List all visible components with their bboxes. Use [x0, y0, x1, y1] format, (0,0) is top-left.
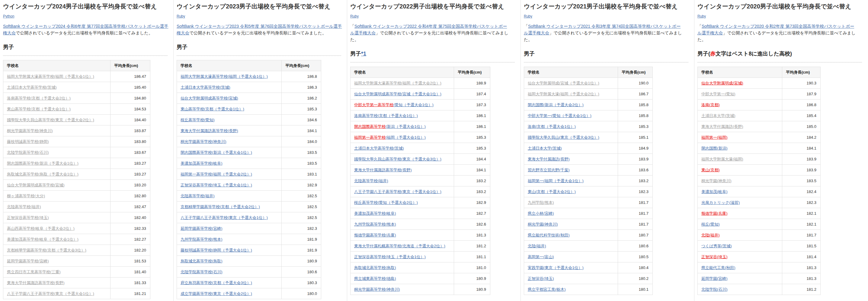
school-region-link[interactable]: (愛知（予選大会1位）)	[551, 113, 591, 118]
school-region-link[interactable]: (静岡)	[38, 139, 49, 144]
school-region-link[interactable]: (長野)	[401, 168, 412, 172]
school-link[interactable]: 土浦日本大学	[528, 146, 551, 150]
school-region-link[interactable]: (石川)	[717, 287, 727, 292]
school-region-link[interactable]: (福岡（予選大会1位）)	[544, 178, 584, 183]
school-link[interactable]: 東山	[701, 168, 709, 172]
school-region-link[interactable]: (石川)	[38, 150, 49, 155]
school-link[interactable]: 土浦日本大学高等学校	[181, 85, 220, 90]
school-region-link[interactable]: (新潟（予選大会1位）)	[38, 161, 79, 166]
school-region-link[interactable]: (東京（予選大会1位）)	[228, 215, 268, 220]
school-region-link[interactable]: (新潟（予選大会1位）)	[212, 150, 252, 155]
school-link[interactable]: 福岡大学附属大濠	[701, 157, 733, 161]
school-region-link[interactable]: (宮崎)	[212, 226, 222, 231]
school-link[interactable]: 北陸高等学校	[181, 194, 204, 198]
school-link[interactable]: 正智深谷高等学校	[181, 183, 212, 187]
school-region-link[interactable]: (宮城)	[733, 81, 743, 86]
school-region-link[interactable]: (京都（予選大会1位）)	[204, 107, 244, 111]
category-tag-link[interactable]: Ruby	[350, 14, 359, 19]
school-link[interactable]: 北陸学院高等学校	[7, 150, 38, 155]
category-tag-link[interactable]: Python	[3, 14, 14, 19]
school-region-link[interactable]: (東京（予選大会1位）)	[54, 291, 94, 296]
school-region-link[interactable]: (東京（予選大会3位）)	[401, 157, 441, 161]
school-link[interactable]: 桐光学園	[528, 222, 544, 227]
school-link[interactable]: 桐光学園高等学校	[354, 287, 385, 292]
school-link[interactable]: 福岡第一	[701, 135, 717, 140]
school-link[interactable]: 北陸高等学校	[7, 204, 30, 209]
school-link[interactable]: 鳥取城北高等学校	[7, 172, 38, 176]
school-link[interactable]: 藤枝明誠高等学校	[181, 248, 212, 253]
category-tag-link[interactable]: Ruby	[698, 14, 706, 19]
school-region-link[interactable]: (滋賀)	[730, 200, 740, 205]
school-link[interactable]: 報徳学園高等学校	[354, 233, 385, 237]
school-link[interactable]: 延岡学園高等学校	[7, 259, 38, 263]
school-link[interactable]: 県立城東高等学校	[354, 276, 385, 281]
school-region-link[interactable]: (岐阜)	[212, 161, 222, 166]
school-link[interactable]: 北陸	[528, 244, 536, 248]
school-region-link[interactable]: (宮崎)	[717, 276, 727, 281]
school-link[interactable]: 県立能代工業	[701, 265, 725, 270]
school-region-link[interactable]: (大分)	[34, 194, 45, 198]
school-region-link[interactable]: (福岡（予選大会1位）)	[385, 135, 426, 140]
school-region-link[interactable]: (北海道（予選大会2位）)	[401, 244, 445, 248]
school-link[interactable]: 東海大学付属諏訪高等学校	[354, 168, 401, 172]
school-link[interactable]: 柳ヶ浦高等学校	[7, 194, 34, 198]
school-link[interactable]: 美濃加茂高等学校	[7, 237, 38, 242]
school-region-link[interactable]: (長野)	[228, 129, 238, 133]
school-link[interactable]: 県立小林	[528, 211, 544, 215]
school-link[interactable]: 京都精華学園高等学校	[7, 248, 46, 253]
school-link[interactable]: 桜丘高等学校	[354, 200, 378, 205]
school-link[interactable]: 福岡大学附属大濠高等学校	[181, 74, 228, 79]
school-link[interactable]: 東海大学付属諏訪	[528, 157, 559, 161]
school-link[interactable]: 北陸学院高等学校	[181, 270, 212, 274]
school-link[interactable]: 北陸	[701, 233, 709, 237]
school-link[interactable]: 県立宇都宮工業	[528, 287, 555, 292]
school-region-link[interactable]: (静岡（予選大会1位）)	[212, 248, 252, 253]
school-link[interactable]: 開志国際高等学校	[7, 161, 38, 166]
school-region-link[interactable]: (宮城（予選大会1位）)	[559, 81, 599, 86]
school-region-link[interactable]: (富山)	[544, 255, 554, 259]
school-link[interactable]: 東山	[528, 190, 536, 194]
school-region-link[interactable]: (京都（予選大会2位）)	[536, 190, 576, 194]
school-region-link[interactable]: (福井)	[709, 233, 720, 237]
school-region-link[interactable]: (石川)	[212, 270, 222, 274]
school-region-link[interactable]: (神奈川)	[544, 222, 558, 227]
school-link[interactable]: 土浦日本大学高等学校	[7, 85, 46, 90]
school-link[interactable]: 仙台大学附属明成高等学校	[181, 96, 228, 100]
school-region-link[interactable]: (東京（予選大会2位）)	[54, 118, 94, 122]
school-region-link[interactable]: (長野)	[559, 157, 570, 161]
school-link[interactable]: 仙台大学附属明成	[701, 81, 733, 86]
school-region-link[interactable]: (兵庫)	[717, 211, 727, 215]
school-link[interactable]: 九州学院高等学校	[354, 222, 385, 227]
school-link[interactable]: 高岡第一	[528, 255, 544, 259]
school-link[interactable]: 県立能代科学技術	[528, 233, 559, 237]
school-link[interactable]: 桐光学園高等学校	[7, 129, 38, 133]
school-link[interactable]: 東海大学付属諏訪高等学校	[7, 280, 54, 285]
school-region-link[interactable]: (埼玉)	[544, 276, 554, 281]
school-region-link[interactable]: (茨城)	[393, 146, 404, 150]
school-link[interactable]: 開志国際	[701, 146, 717, 150]
school-region-link[interactable]: (愛知（予選大会2位）)	[378, 200, 418, 205]
school-link[interactable]: 正智深谷高等学校	[354, 255, 385, 259]
school-region-link[interactable]: (福井)	[378, 178, 388, 183]
school-link[interactable]: 開志国際高等学校	[181, 150, 212, 155]
school-link[interactable]: 北陸学院	[701, 287, 717, 292]
school-region-link[interactable]: (東京（予選大会1位）)	[401, 190, 441, 194]
school-region-link[interactable]: (長野)	[54, 280, 65, 285]
school-link[interactable]: 延岡学園高等学校	[181, 226, 212, 231]
school-link[interactable]: 延岡学園	[701, 276, 717, 281]
school-region-link[interactable]: (神奈川)	[717, 178, 732, 183]
school-link[interactable]: 鳥取城北高等学校	[181, 259, 212, 263]
school-region-link[interactable]: (新潟（予選大会2位）)	[544, 103, 584, 107]
school-link[interactable]: 美濃加茂高等学校	[354, 211, 385, 215]
school-link[interactable]: 美濃加茂高等学校	[181, 161, 212, 166]
school-link[interactable]: 國學院大學久我山高等学校	[354, 157, 401, 161]
school-link[interactable]: 福岡第一	[528, 178, 544, 183]
school-region-link[interactable]: (神奈川)	[212, 139, 226, 144]
school-region-link[interactable]: (愛知)	[725, 92, 736, 96]
school-link[interactable]: 高山西高等学校	[7, 226, 34, 231]
school-region-link[interactable]: (岐阜（予選大会1位）)	[38, 237, 79, 242]
school-link[interactable]: 洛南	[701, 103, 709, 107]
school-region-link[interactable]: (京都（予選大会3位）)	[46, 248, 86, 253]
school-link[interactable]: 國學院大學久我山	[528, 135, 559, 140]
school-region-link[interactable]: (宮城)	[228, 96, 238, 100]
